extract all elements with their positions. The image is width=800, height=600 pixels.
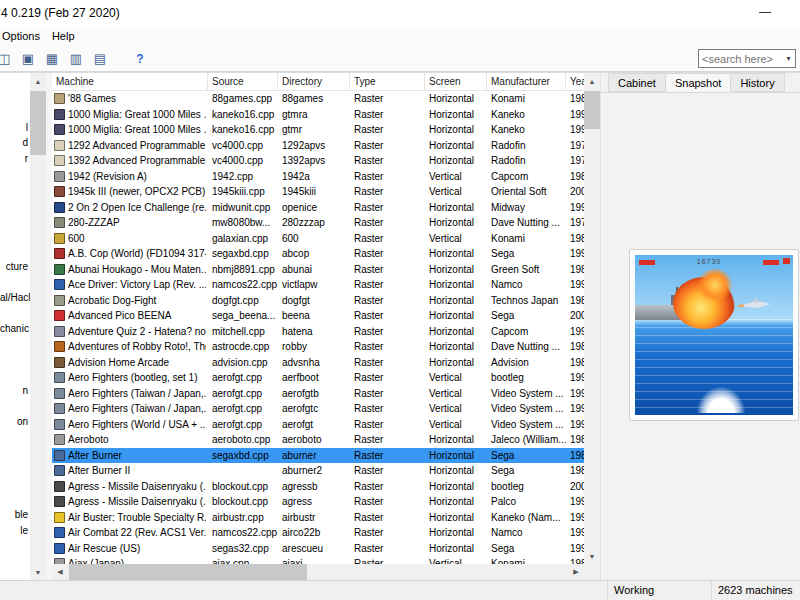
machine-row[interactable]: Air Rescue (US)segas32.cpparescueuRaster… <box>52 541 584 557</box>
machine-row[interactable]: Adventure Quiz 2 - Hatena? no...mitchell… <box>52 324 584 340</box>
machine-row[interactable]: Acrobatic Dog-Fightdogfgt.cppdogfgtRaste… <box>52 293 584 309</box>
cell-year: 197 <box>566 153 584 169</box>
folder-tree-item[interactable] <box>0 89 30 105</box>
folder-tree-item[interactable]: n <box>0 383 30 399</box>
folder-tree-item[interactable] <box>0 166 30 182</box>
scroll-up-icon[interactable]: ▲ <box>30 73 46 89</box>
folder-tree-item[interactable] <box>0 306 30 322</box>
column-header-machine[interactable]: Machine <box>52 73 208 91</box>
machine-row[interactable]: After Burnersegaxbd.cppaburnerRasterHori… <box>52 448 584 464</box>
list-scrollbar-thumb[interactable] <box>584 91 600 129</box>
folder-tree-item[interactable]: d <box>0 135 30 151</box>
folder-tree-item[interactable] <box>0 492 30 508</box>
machine-row[interactable]: 1942 (Revision A)1942.cpp1942aRasterVert… <box>52 169 584 185</box>
column-header-manufacturer[interactable]: Manufacturer <box>487 73 566 91</box>
machine-row[interactable]: A.B. Cop (World) (FD1094 317-...segaxbd.… <box>52 246 584 262</box>
machine-name: Agress - Missile Daisenryaku (... <box>68 494 206 510</box>
machine-row[interactable]: Aero Fighters (Taiwan / Japan,...aerofgt… <box>52 401 584 417</box>
folder-tree-item[interactable] <box>0 104 30 120</box>
list-vertical-scrollbar[interactable]: ▲ ▼ <box>584 73 600 564</box>
folder-tree-item[interactable] <box>0 430 30 446</box>
folder-tree-item[interactable] <box>0 228 30 244</box>
scroll-right-icon[interactable]: ▶ <box>568 564 584 580</box>
folder-tree-item[interactable] <box>0 554 30 570</box>
machine-row[interactable]: '88 Games88games.cpp88gamesRasterHorizon… <box>52 91 584 107</box>
machine-row[interactable]: Adventures of Robby Roto!, Theastrocde.c… <box>52 339 584 355</box>
folder-tree-item[interactable]: on <box>0 414 30 430</box>
minimize-button[interactable]: — <box>748 0 782 26</box>
machine-row[interactable]: Advanced Pico BEENAsega_beena...beenaRas… <box>52 308 584 324</box>
scroll-left-icon[interactable]: ◀ <box>52 564 68 580</box>
machine-row[interactable]: Aero Fighters (World / USA + ...aerofgt.… <box>52 417 584 433</box>
machine-row[interactable]: Advision Home Arcadeadvision.cppadvsnhaR… <box>52 355 584 371</box>
machine-row[interactable]: 600galaxian.cpp600RasterVerticalKonami19… <box>52 231 584 247</box>
column-header-type[interactable]: Type <box>350 73 425 91</box>
list-horizontal-scrollbar[interactable]: ◀ ▶ <box>52 564 584 580</box>
folder-scrollbar-thumb[interactable] <box>30 91 46 155</box>
cell-source: aerofgt.cpp <box>208 401 278 417</box>
search-input[interactable] <box>699 53 782 65</box>
tab-snapshot[interactable]: Snapshot <box>666 73 731 92</box>
machine-row[interactable]: Aerobotoaeroboto.cppaerobotoRasterHorizo… <box>52 432 584 448</box>
folder-tree-item[interactable] <box>0 445 30 461</box>
toggle-folder-list-icon[interactable]: ◫ <box>0 49 15 69</box>
machine-row[interactable]: 1292 Advanced Programmable...vc4000.cpp1… <box>52 138 584 154</box>
toggle-screenshot-icon[interactable]: ▣ <box>17 49 39 69</box>
machine-row[interactable]: 2 On 2 Open Ice Challenge (re...midwunit… <box>52 200 584 216</box>
machine-row[interactable]: Agress - Missile Daisenryaku (...blockou… <box>52 494 584 510</box>
folder-tree-item[interactable]: le <box>0 523 30 539</box>
tab-cabinet[interactable]: Cabinet <box>608 73 666 92</box>
scroll-down-icon[interactable]: ▼ <box>30 564 46 580</box>
menu-item-options[interactable]: Options <box>0 28 47 44</box>
menu-item-help[interactable]: Help <box>47 28 82 44</box>
folder-tree-item[interactable] <box>0 538 30 554</box>
machine-row[interactable]: 1392 Advanced Programmable...vc4000.cpp1… <box>52 153 584 169</box>
column-header-source[interactable]: Source <box>208 73 278 91</box>
tab-history[interactable]: History <box>731 73 784 92</box>
folder-tree-item[interactable]: chanic <box>0 321 30 337</box>
machine-row[interactable]: 280-ZZZAPmw8080bw...280zzzapRasterHorizo… <box>52 215 584 231</box>
cell-machine: 280-ZZZAP <box>52 215 208 231</box>
machine-row[interactable]: Agress - Missile Daisenryaku (...blockou… <box>52 479 584 495</box>
large-icons-icon[interactable]: ▦ <box>41 49 63 69</box>
machine-row[interactable]: Aero Fighters (bootleg, set 1)aerofgt.cp… <box>52 370 584 386</box>
folder-tree-item[interactable] <box>0 73 30 89</box>
scroll-down-icon[interactable]: ▼ <box>584 548 600 564</box>
folder-tree-item[interactable]: al/Hacl <box>0 290 30 306</box>
folder-tree-item[interactable] <box>0 213 30 229</box>
machine-row[interactable]: 1945k III (newer, OPCX2 PCB)1945kiii.cpp… <box>52 184 584 200</box>
folder-tree-item[interactable] <box>0 399 30 415</box>
folder-tree-scrollbar[interactable]: ▲ ▼ <box>30 73 46 580</box>
machine-row[interactable]: Air Combat 22 (Rev. ACS1 Ver...namcos22.… <box>52 525 584 541</box>
machine-row[interactable]: Aero Fighters (Taiwan / Japan,...aerofgt… <box>52 386 584 402</box>
machine-row[interactable]: Air Buster: Trouble Specialty R...airbus… <box>52 510 584 526</box>
folder-tree-item[interactable] <box>0 337 30 353</box>
folder-tree-item[interactable] <box>0 352 30 368</box>
details-view-icon[interactable]: ▤ <box>89 49 111 69</box>
column-header-directory[interactable]: Directory <box>278 73 350 91</box>
machine-row[interactable]: 1000 Miglia: Great 1000 Miles ...kaneko1… <box>52 122 584 138</box>
folder-tree-item[interactable]: ble <box>0 507 30 523</box>
help-icon[interactable]: ? <box>129 49 151 69</box>
folder-tree-item[interactable] <box>0 244 30 260</box>
machine-row[interactable]: Abunai Houkago - Mou Maten...nbmj8891.cp… <box>52 262 584 278</box>
column-header-year[interactable]: Year <box>566 73 584 91</box>
column-header-screen[interactable]: Screen <box>425 73 487 91</box>
search-dropdown-icon[interactable]: ▾ <box>782 54 795 63</box>
cell-directory: 600 <box>278 231 350 247</box>
folder-tree-item[interactable] <box>0 182 30 198</box>
folder-tree-item[interactable]: l <box>0 120 30 136</box>
machine-row[interactable]: Ace Driver: Victory Lap (Rev. ...namcos2… <box>52 277 584 293</box>
folder-tree-item[interactable] <box>0 476 30 492</box>
machine-row[interactable]: 1000 Miglia: Great 1000 Miles ...kaneko1… <box>52 107 584 123</box>
folder-tree-item[interactable] <box>0 368 30 384</box>
list-hscrollbar-thumb[interactable] <box>69 564 307 580</box>
machine-row[interactable]: After Burner IIaburner2RasterHorizontalS… <box>52 463 584 479</box>
folder-tree-item[interactable] <box>0 461 30 477</box>
scroll-up-icon[interactable]: ▲ <box>584 73 600 89</box>
folder-tree-item[interactable]: cture <box>0 259 30 275</box>
folder-tree-item[interactable] <box>0 197 30 213</box>
small-icons-icon[interactable]: ▥ <box>65 49 87 69</box>
folder-tree-item[interactable]: r <box>0 151 30 167</box>
folder-tree-item[interactable] <box>0 275 30 291</box>
